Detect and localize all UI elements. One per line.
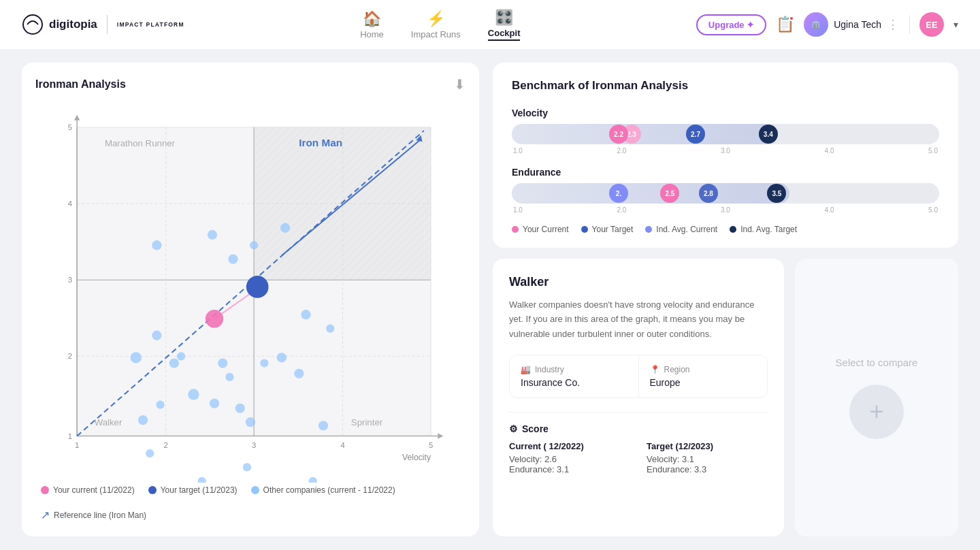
svg-point-40: [131, 352, 142, 363]
region-label: 📍 Region: [650, 365, 757, 374]
industry-icon: 🏭: [521, 365, 531, 374]
svg-point-57: [294, 369, 304, 378]
svg-marker-32: [74, 115, 80, 120]
walker-description: Walker companies doesn't have strong vel…: [509, 297, 768, 341]
reference-line-icon: ↗: [41, 508, 50, 521]
svg-text:1: 1: [75, 441, 79, 449]
svg-point-53: [243, 463, 251, 471]
bottom-row: Walker Walker companies doesn't have str…: [493, 259, 958, 536]
cockpit-icon: 🎛️: [495, 9, 513, 27]
walker-title: Walker: [509, 275, 768, 289]
svg-point-46: [177, 352, 185, 360]
bleg-your-target: Your Target: [581, 225, 634, 234]
industry-label: 🏭 Industry: [521, 365, 627, 374]
current-velocity: Velocity: 2.6: [509, 454, 630, 464]
svg-point-63: [228, 254, 238, 263]
endurance-marker-ind-current: 2.: [609, 184, 628, 203]
chart-legend: Your current (11/2022) Your target (11/2…: [35, 485, 466, 521]
svg-point-44: [156, 401, 164, 409]
avatar: 🏛️: [804, 12, 828, 37]
industry-block: 🏭 Industry Insurance Co.: [510, 355, 639, 398]
upgrade-button[interactable]: Upgrade ✦: [696, 14, 766, 35]
svg-point-52: [235, 404, 245, 413]
svg-point-0: [23, 15, 42, 34]
svg-point-54: [246, 417, 255, 427]
home-label: Home: [360, 29, 384, 39]
svg-point-61: [152, 240, 161, 250]
impact-runs-label: Impact Runs: [411, 29, 461, 39]
walker-card: Walker Walker companies doesn't have str…: [493, 259, 784, 536]
add-compare-button[interactable]: +: [849, 385, 904, 439]
svg-point-62: [208, 230, 217, 240]
svg-text:4: 4: [340, 441, 344, 449]
user-chevron-icon[interactable]: ▾: [953, 19, 958, 30]
cockpit-label: Cockpit: [488, 28, 521, 38]
svg-text:5: 5: [68, 123, 72, 131]
region-icon: 📍: [650, 365, 660, 374]
select-compare-text: Select to compare: [836, 357, 918, 368]
velocity-marker-current: 2.2: [609, 125, 628, 144]
select-compare-panel: Select to compare +: [795, 259, 958, 536]
svg-point-66: [301, 310, 310, 319]
svg-text:Velocity: Velocity: [402, 453, 431, 462]
region-block: 📍 Region Europe: [639, 355, 768, 398]
benchmark-endurance-row: Endurance 2.5 2. 2.8 3.5 1.0 2.0 3.0 4: [512, 167, 939, 214]
target-velocity: Velocity: 3.1: [647, 454, 768, 464]
logo-brand: digitopia: [49, 18, 97, 31]
endurance-marker-current: 2.5: [660, 184, 679, 203]
svg-text:3: 3: [252, 441, 256, 449]
svg-text:4: 4: [68, 199, 72, 208]
svg-text:2: 2: [68, 352, 72, 360]
target-endurance: Endurance: 3.3: [647, 464, 768, 474]
svg-point-42: [169, 358, 179, 368]
notification-badge: [789, 16, 794, 21]
nav-cockpit[interactable]: 🎛️ Cockpit: [488, 9, 521, 41]
svg-point-56: [277, 353, 287, 362]
svg-point-48: [198, 477, 206, 483]
svg-point-58: [309, 477, 317, 483]
logo-sub: IMPACT PLATFORM: [117, 21, 184, 28]
nav-impact-runs[interactable]: ⚡ Impact Runs: [411, 10, 461, 39]
legend-your-current: Your current (11/2022): [41, 485, 135, 495]
svg-text:1: 1: [68, 432, 72, 440]
ironman-chart: Endurance: [35, 98, 466, 483]
bleg-your-current: Your Current: [512, 225, 569, 234]
logo-icon: [22, 14, 44, 35]
bleg-ind-avg-current: Ind. Avg. Current: [645, 225, 717, 234]
impact-runs-icon: ⚡: [427, 10, 445, 28]
panel-header: Ironman Analysis ⬇: [35, 76, 466, 93]
download-icon[interactable]: ⬇: [454, 76, 466, 93]
logo: digitopia IMPACT PLATFORM: [22, 14, 184, 35]
velocity-bar-container: 2.2 2.3 2.7 3.4: [512, 124, 939, 144]
nav-home[interactable]: 🏠 Home: [360, 10, 384, 39]
target-score: Target (12/2023) Velocity: 3.1 Endurance…: [647, 441, 768, 474]
header-divider: [909, 15, 910, 34]
chart-area: Endurance: [35, 98, 466, 483]
legend-reference-line: ↗ Reference line (Iron Man): [41, 508, 146, 521]
walker-info-row: 🏭 Industry Insurance Co. 📍 Region Europe: [509, 355, 768, 398]
score-section: ⚙ Score Current ( 12/2022) Velocity: 2.6…: [509, 412, 768, 474]
benchmark-card: Benchmark of Ironman Analysis Velocity 2…: [493, 63, 958, 248]
svg-point-60: [326, 324, 334, 332]
current-period: Current ( 12/2022): [509, 441, 630, 451]
score-title: ⚙ Score: [509, 423, 768, 434]
endurance-marker-target: 2.8: [699, 184, 718, 203]
legend-your-target: Your target (11/2023): [148, 485, 238, 495]
ironman-analysis-panel: Ironman Analysis ⬇ Endurance: [22, 63, 479, 536]
svg-text:Marathon Runner: Marathon Runner: [105, 138, 176, 148]
svg-point-69: [206, 310, 224, 328]
notification-icon[interactable]: 📋: [776, 16, 794, 33]
industry-value: Insurance Co.: [521, 377, 627, 388]
bleg-ind-avg-target: Ind. Avg. Target: [730, 225, 797, 234]
user-dots-icon: ⋮: [887, 17, 900, 32]
svg-point-65: [280, 223, 290, 233]
user-section[interactable]: 🏛️ Ugina Tech ⋮: [804, 12, 900, 37]
endurance-scale: 1.0 2.0 3.0 4.0 5.0: [512, 204, 939, 214]
user-name: Ugina Tech: [834, 19, 881, 30]
svg-point-55: [260, 359, 268, 367]
header: digitopia IMPACT PLATFORM 🏠 Home ⚡ Impac…: [0, 0, 980, 49]
endurance-bar-container: 2.5 2. 2.8 3.5: [512, 183, 939, 204]
velocity-marker-ind-target: 3.4: [759, 125, 778, 144]
svg-text:5: 5: [429, 441, 433, 449]
svg-text:3: 3: [68, 276, 72, 284]
